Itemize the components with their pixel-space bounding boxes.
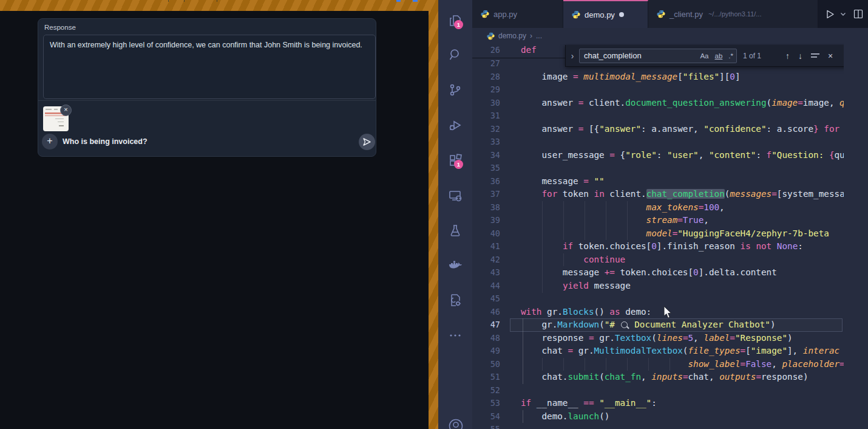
line-number[interactable]: 34 — [472, 149, 500, 162]
code-line-41[interactable]: 41 if token.choices[0].finish_reason is … — [472, 240, 844, 253]
code-line-49[interactable]: 49 chat = gr.MultimodalTextbox(file_type… — [472, 345, 844, 358]
line-number[interactable]: 39 — [472, 214, 500, 227]
code-line-52[interactable]: 52 — [472, 384, 844, 397]
line-number[interactable]: 51 — [472, 371, 500, 384]
account-icon[interactable] — [448, 418, 463, 429]
line-number[interactable]: 36 — [472, 175, 500, 188]
docker-icon[interactable] — [448, 258, 463, 273]
line-number[interactable]: 40 — [472, 227, 500, 241]
testing-beaker-icon[interactable] — [448, 223, 463, 238]
indent-guide — [542, 358, 543, 371]
regex-toggle[interactable]: .* — [725, 52, 736, 60]
line-number[interactable]: 45 — [472, 292, 500, 306]
line-number[interactable]: 30 — [472, 97, 500, 110]
breadcrumb-file[interactable]: demo.py — [498, 32, 526, 40]
send-icon — [362, 137, 371, 146]
remote-explorer-icon[interactable] — [448, 188, 463, 203]
line-number[interactable]: 27 — [472, 57, 500, 70]
code-line-53[interactable]: 53if __name__ == "__main__": — [472, 397, 844, 410]
line-number[interactable]: 38 — [472, 201, 500, 214]
indent-guide — [542, 201, 543, 241]
remove-attachment-button[interactable]: × — [60, 105, 72, 116]
add-file-button[interactable]: + — [42, 134, 58, 149]
line-number[interactable]: 46 — [472, 306, 500, 319]
tab-label: app.py — [493, 10, 517, 19]
code-editor[interactable]: 2728 image = multimodal_message["files"]… — [472, 44, 844, 429]
tab-client-py[interactable]: _client.py ~/.../python3.11/... — [648, 0, 818, 28]
find-in-selection-button[interactable] — [811, 52, 819, 60]
code-line-28[interactable]: 28 image = multimodal_message["files"][0… — [472, 70, 844, 84]
response-textarea[interactable]: With an extremely high level of confiden… — [43, 35, 376, 99]
line-number[interactable]: 47 — [472, 318, 500, 332]
line-number[interactable]: 42 — [472, 253, 500, 267]
run-dropdown-chevron-icon[interactable] — [840, 12, 846, 16]
extensions-icon[interactable]: 1 — [448, 153, 463, 168]
code-line-48[interactable]: 48 response = gr.Textbox(lines=5, label=… — [472, 332, 844, 345]
line-number[interactable]: 35 — [472, 162, 500, 175]
whole-word-toggle[interactable]: ab — [712, 52, 726, 60]
line-number[interactable]: 43 — [472, 266, 500, 280]
close-find-button[interactable]: × — [828, 51, 833, 61]
code-line-35[interactable]: 35 — [472, 162, 844, 175]
line-number[interactable]: 48 — [472, 332, 500, 345]
tab-label: demo.py — [585, 10, 615, 19]
code-line-42[interactable]: 42 continue — [472, 253, 844, 267]
code-line-38[interactable]: 38 max_tokens=100, — [472, 201, 844, 214]
code-line-29[interactable]: 29 — [472, 83, 844, 97]
line-number[interactable]: 54 — [472, 410, 500, 424]
indent-guide — [523, 410, 523, 424]
source-control-icon[interactable] — [448, 83, 463, 97]
code-line-36[interactable]: 36 message = "" — [472, 175, 844, 188]
line-number[interactable]: 37 — [472, 188, 500, 201]
line-number[interactable]: 52 — [472, 384, 500, 397]
more-views-ellipsis-icon[interactable] — [448, 328, 463, 343]
line-number[interactable]: 33 — [472, 136, 500, 149]
explorer-icon[interactable]: 1 — [448, 13, 463, 28]
code-line-32[interactable]: 32 answer = [{"answer": a.answer, "confi… — [472, 123, 844, 136]
line-number[interactable]: 55 — [472, 423, 500, 429]
code-line-43[interactable]: 43 message += token.choices[0].delta.con… — [472, 266, 844, 280]
line-number[interactable]: 53 — [472, 397, 500, 410]
find-input[interactable] — [580, 51, 697, 60]
line-number[interactable]: 49 — [472, 345, 500, 358]
line-number[interactable]: 44 — [472, 280, 500, 293]
code-line-34[interactable]: 34 user_message = {"role": "user", "cont… — [472, 149, 844, 162]
tab-demo-py[interactable]: demo.py — [563, 0, 648, 28]
line-number[interactable]: 28 — [472, 70, 500, 84]
line-number[interactable]: 50 — [472, 358, 500, 371]
code-line-31[interactable]: 31 — [472, 109, 844, 123]
code-line-40[interactable]: 40 model="HuggingFaceH4/zephyr-7b-beta — [472, 227, 844, 241]
next-match-button[interactable]: ↓ — [798, 51, 802, 61]
modified-dot-icon[interactable] — [619, 12, 624, 17]
code-line-30[interactable]: 30 answer = client.document_question_ans… — [472, 97, 844, 110]
search-icon[interactable] — [448, 47, 463, 62]
chat-input[interactable]: Who is being invoiced? — [63, 137, 147, 146]
code-line-37[interactable]: 37 for token in client.chat_completion(m… — [472, 188, 844, 201]
run-debug-icon[interactable] — [448, 118, 463, 132]
explorer-badge: 1 — [454, 20, 463, 29]
line-number[interactable]: 31 — [472, 109, 500, 123]
split-editor-button[interactable] — [853, 9, 863, 19]
code-line-54[interactable]: 54 demo.launch() — [472, 410, 844, 424]
match-case-toggle[interactable]: Aa — [697, 52, 711, 60]
code-line-44[interactable]: 44 yield message — [472, 280, 844, 293]
code-line-33[interactable]: 33 — [472, 136, 844, 149]
tools-file-gear-icon[interactable] — [448, 293, 463, 307]
breadcrumb[interactable]: demo.py › ... — [472, 28, 868, 44]
previous-match-button[interactable]: ↑ — [785, 51, 790, 61]
line-number[interactable]: 32 — [472, 123, 500, 136]
line-number[interactable]: 26 — [472, 44, 500, 57]
breadcrumb-more[interactable]: ... — [536, 32, 542, 40]
tab-app-py[interactable]: app.py — [472, 0, 563, 28]
run-python-file-button[interactable] — [825, 9, 835, 19]
toggle-replace-chevron-icon[interactable]: › — [566, 51, 579, 61]
code-line-50[interactable]: 50 show_label=False, placeholder= — [472, 358, 844, 371]
line-number[interactable]: 41 — [472, 240, 500, 253]
code-line-55[interactable]: 55 — [472, 423, 844, 429]
line-number[interactable]: 29 — [472, 83, 500, 97]
send-button[interactable] — [359, 134, 375, 150]
code-line-45[interactable]: 45 — [472, 292, 844, 306]
code-line-39[interactable]: 39 stream=True, — [472, 214, 844, 227]
code-line-46[interactable]: 46with gr.Blocks() as demo: — [472, 306, 844, 319]
code-line-51[interactable]: 51 chat.submit(chat_fn, inputs=chat, out… — [472, 371, 844, 384]
